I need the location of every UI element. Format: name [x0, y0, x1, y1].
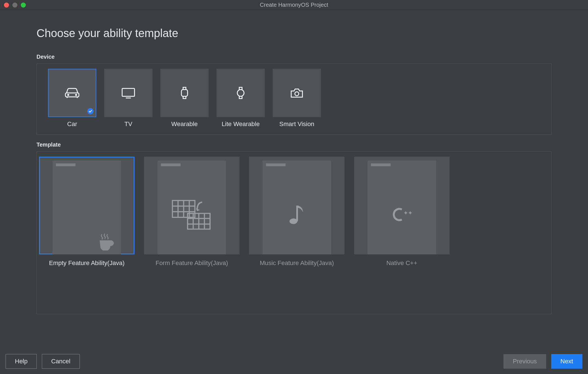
thumbnail-topbar	[266, 163, 286, 166]
template-item-form-feature-java[interactable]: Form Feature Ability(Java)	[144, 157, 240, 267]
thumbnail-topbar	[161, 163, 181, 166]
template-thumbnail	[368, 161, 436, 254]
device-tile-lite-wearable	[216, 69, 265, 117]
device-tile-tv	[104, 69, 152, 117]
device-item-lite-wearable[interactable]: Lite Wearable	[216, 69, 265, 128]
tv-icon	[121, 87, 135, 99]
template-label-form: Form Feature Ability(Java)	[156, 259, 228, 267]
template-thumbnail	[263, 161, 331, 254]
svg-rect-7	[181, 90, 188, 96]
device-row: Car TV	[48, 69, 540, 128]
minimize-window-button	[12, 3, 17, 8]
svg-point-8	[237, 90, 244, 96]
template-label-cpp: Native C++	[386, 259, 417, 267]
device-tile-smart-vision	[273, 69, 321, 117]
template-tile-music	[249, 157, 345, 254]
titlebar: Create HarmonyOS Project	[0, 0, 588, 10]
device-label-wearable: Wearable	[171, 120, 198, 128]
device-tile-wearable	[160, 69, 209, 117]
svg-point-1	[68, 94, 69, 95]
device-item-car[interactable]: Car	[48, 69, 96, 128]
device-tile-car	[48, 69, 96, 117]
svg-point-9	[295, 92, 299, 96]
svg-rect-23	[296, 206, 298, 221]
help-button[interactable]: Help	[6, 354, 37, 369]
device-item-tv[interactable]: TV	[104, 69, 152, 128]
template-label-music: Music Feature Ability(Java)	[260, 259, 334, 267]
template-section-label: Template	[37, 142, 551, 148]
previous-button: Previous	[503, 354, 546, 369]
coffee-cup-icon	[53, 175, 121, 254]
template-tile-form	[144, 157, 240, 254]
template-item-music-feature-java[interactable]: Music Feature Ability(Java)	[249, 157, 345, 267]
window-title: Create HarmonyOS Project	[260, 2, 328, 8]
check-icon	[87, 108, 94, 114]
template-tile-empty	[39, 157, 135, 254]
thumbnail-topbar	[56, 163, 76, 166]
dialog-footer: Help Cancel Previous Next	[0, 349, 588, 374]
lite-wearable-icon	[236, 86, 245, 100]
template-thumbnail	[53, 161, 121, 254]
device-panel: Car TV	[37, 63, 551, 135]
page-title: Choose your ability template	[37, 27, 551, 40]
dialog-window: Create HarmonyOS Project Choose your abi…	[0, 0, 588, 374]
device-label-tv: TV	[124, 120, 132, 128]
camera-icon	[290, 88, 304, 98]
device-item-smart-vision[interactable]: Smart Vision	[273, 69, 321, 128]
device-label-car: Car	[67, 120, 77, 128]
dialog-content: Choose your ability template Device	[0, 10, 588, 349]
template-tile-cpp	[354, 157, 450, 254]
cpp-icon	[368, 175, 436, 254]
next-button[interactable]: Next	[551, 354, 582, 369]
thumbnail-topbar	[371, 163, 391, 166]
svg-point-2	[76, 94, 77, 95]
form-grid-icon	[158, 175, 226, 254]
cancel-button[interactable]: Cancel	[42, 354, 79, 369]
device-item-wearable[interactable]: Wearable	[160, 69, 209, 128]
device-label-lite-wearable: Lite Wearable	[222, 120, 259, 128]
template-item-native-cpp[interactable]: Native C++	[354, 157, 450, 267]
music-note-icon	[263, 175, 331, 254]
wearable-icon	[180, 86, 189, 100]
template-thumbnail	[158, 161, 226, 254]
template-panel: Empty Feature Ability(Java)	[37, 151, 551, 314]
svg-rect-5	[122, 88, 135, 96]
traffic-lights	[4, 3, 26, 8]
close-window-button[interactable]	[4, 3, 9, 8]
maximize-window-button[interactable]	[21, 3, 26, 8]
template-item-empty-feature-java[interactable]: Empty Feature Ability(Java)	[39, 157, 135, 267]
car-icon	[64, 87, 80, 99]
device-section-label: Device	[37, 54, 551, 60]
device-label-smart-vision: Smart Vision	[279, 120, 314, 128]
template-label-empty: Empty Feature Ability(Java)	[49, 259, 125, 267]
svg-point-22	[290, 218, 297, 224]
template-row: Empty Feature Ability(Java)	[39, 157, 549, 267]
